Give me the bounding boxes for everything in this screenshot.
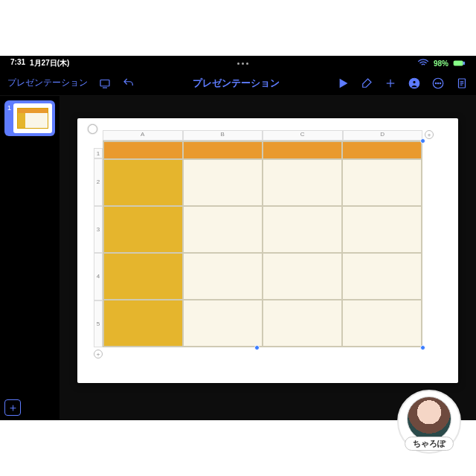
table-cell[interactable] <box>103 159 183 206</box>
svg-rect-0 <box>454 61 463 65</box>
table-cell[interactable] <box>183 206 263 253</box>
table-cell[interactable] <box>103 300 183 347</box>
row-header[interactable]: 2 <box>94 158 103 206</box>
add-column-button[interactable]: ＋ <box>425 130 434 139</box>
document-options-icon[interactable] <box>455 77 469 90</box>
svg-rect-2 <box>100 80 109 86</box>
selection-handle[interactable] <box>420 345 425 350</box>
status-battery: 98% <box>434 60 448 68</box>
slide-number: 1 <box>7 104 11 112</box>
table-cell[interactable] <box>263 253 342 300</box>
slide-navigator: 1 ＋ <box>0 96 60 420</box>
selection-handle[interactable] <box>254 345 260 350</box>
slide-thumbnail[interactable]: 1 <box>4 100 55 136</box>
table-cell[interactable] <box>342 206 422 253</box>
table-cell[interactable] <box>342 253 422 300</box>
more-icon[interactable] <box>431 77 445 90</box>
column-headers[interactable]: A B C D <box>103 130 422 141</box>
table-cell[interactable] <box>263 159 342 206</box>
column-header[interactable]: B <box>183 130 263 141</box>
back-button[interactable]: プレゼンテーション <box>7 77 88 89</box>
table-cell[interactable] <box>342 300 422 347</box>
svg-point-7 <box>413 80 416 84</box>
app-frame: 7:31 1月27日(木) 98% プレゼンテーション プレゼンテーション <box>0 56 476 420</box>
table-cell[interactable] <box>342 159 422 206</box>
brush-icon[interactable] <box>360 77 373 90</box>
table-cell[interactable] <box>342 141 422 159</box>
slide-editor[interactable]: A B C D ＋ 1 2 3 4 5 ＋ <box>60 96 476 420</box>
table-object[interactable] <box>103 141 422 347</box>
row-header[interactable]: 4 <box>94 253 103 300</box>
column-header[interactable]: A <box>103 130 183 141</box>
svg-rect-1 <box>463 62 465 65</box>
row-header[interactable]: 3 <box>94 206 103 254</box>
selection-handle[interactable] <box>420 138 425 144</box>
collaborate-icon[interactable] <box>408 77 421 90</box>
svg-point-9 <box>435 83 437 84</box>
row-header[interactable]: 5 <box>94 300 103 348</box>
author-avatar: ちゃろぽ <box>397 390 461 454</box>
battery-icon <box>452 57 466 70</box>
svg-point-11 <box>440 83 441 84</box>
thumbnail-preview <box>13 103 52 133</box>
table-cell[interactable] <box>263 141 342 159</box>
wifi-icon <box>416 57 430 70</box>
table-cell[interactable] <box>103 206 183 253</box>
table-cell[interactable] <box>263 206 342 253</box>
toolbar: プレゼンテーション プレゼンテーション <box>0 71 476 96</box>
document-title[interactable]: プレゼンテーション <box>135 77 336 90</box>
status-time: 7:31 <box>10 58 25 68</box>
multitasking-dots-icon[interactable] <box>237 62 248 65</box>
table-cell[interactable] <box>183 141 263 159</box>
table-cell[interactable] <box>103 141 183 159</box>
row-header[interactable]: 1 <box>94 148 103 158</box>
avatar-name-label: ちゃろぽ <box>405 437 454 451</box>
add-row-button[interactable]: ＋ <box>94 350 103 358</box>
status-bar: 7:31 1月27日(木) 98% <box>0 56 476 71</box>
table-cell[interactable] <box>183 300 263 347</box>
svg-point-10 <box>437 83 439 84</box>
table-cell[interactable] <box>183 159 263 206</box>
table-move-handle[interactable] <box>88 124 97 134</box>
table-cell[interactable] <box>183 253 263 300</box>
table-cell[interactable] <box>103 253 183 300</box>
slide-canvas[interactable]: A B C D ＋ 1 2 3 4 5 ＋ <box>77 118 458 383</box>
column-header[interactable]: D <box>343 130 423 141</box>
table-cell[interactable] <box>263 300 342 347</box>
plus-icon[interactable] <box>384 77 397 90</box>
avatar-image <box>407 396 451 441</box>
status-date: 1月27日(木) <box>30 58 69 68</box>
display-settings-icon[interactable] <box>98 77 112 90</box>
row-headers[interactable]: 1 2 3 4 5 <box>94 148 103 347</box>
add-slide-button[interactable]: ＋ <box>4 399 21 416</box>
undo-icon[interactable] <box>122 77 135 90</box>
play-icon[interactable] <box>336 77 350 90</box>
column-header[interactable]: C <box>263 130 343 141</box>
